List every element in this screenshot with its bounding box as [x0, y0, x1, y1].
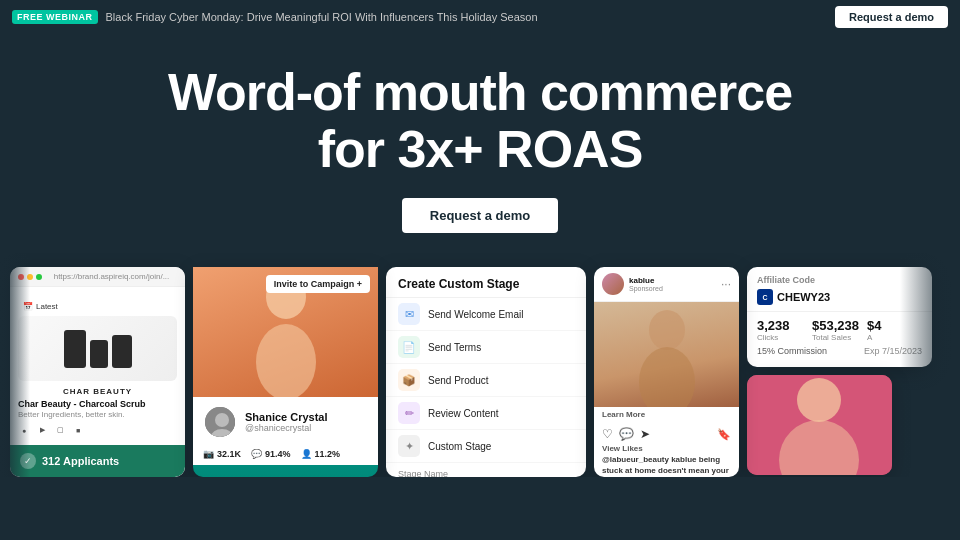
- product-box-3: [112, 335, 132, 368]
- stage-label-2: Send Terms: [428, 342, 481, 353]
- influencer-avatar: [203, 405, 237, 439]
- email-icon: ✉: [398, 303, 420, 325]
- banner-cta-button[interactable]: Request a demo: [835, 6, 948, 28]
- engagement-stat: 💬 91.4%: [251, 449, 291, 459]
- total-sales-stat: $53,238 Total Sales: [812, 318, 867, 342]
- invite-campaign-button[interactable]: Invite to Campaign +: [266, 275, 370, 293]
- post-username: kablue: [629, 276, 716, 285]
- post-actions: ♡ 💬 ➤ 🔖: [594, 422, 739, 444]
- post-avatar: [602, 273, 624, 295]
- browser-bar: https://brand.aspireiq.com/join/...: [10, 267, 185, 287]
- comment-icon[interactable]: 💬: [619, 427, 634, 441]
- custom-stage-card: Create Custom Stage ✉ Send Welcome Email…: [386, 267, 586, 477]
- stage-label-1: Send Welcome Email: [428, 309, 523, 320]
- social-post-card: kablue Sponsored ··· Learn More ♡ 💬 ➤ 🔖: [594, 267, 739, 477]
- stage-item-3: 📦 Send Product: [386, 364, 586, 397]
- stage-label-3: Send Product: [428, 375, 489, 386]
- share-icon[interactable]: ➤: [640, 427, 650, 441]
- clicks-label: Clicks: [757, 333, 812, 342]
- product-image-area: [18, 316, 177, 381]
- applicants-text: 312 Applicants: [42, 455, 119, 467]
- svg-point-8: [797, 378, 841, 422]
- post-person-svg: [627, 302, 707, 407]
- post-menu-icon[interactable]: ···: [721, 277, 731, 291]
- clicks-stat: 3,238 Clicks: [757, 318, 812, 342]
- bookmark-icon[interactable]: 🔖: [717, 428, 731, 441]
- reach-stat: 👤 11.2%: [301, 449, 341, 459]
- terms-icon: 📄: [398, 336, 420, 358]
- review-icon: ✏: [398, 402, 420, 424]
- post-image: [594, 302, 739, 407]
- instagram-icon: ●: [18, 424, 30, 436]
- extra-label: A: [867, 333, 922, 342]
- stage-item-5: ✦ Custom Stage: [386, 430, 586, 463]
- hero-title-line2: for 3x+ ROAS: [20, 121, 940, 178]
- affiliate-card: Affiliate Code C CHEWY23 3,238 Clicks $5…: [747, 267, 932, 367]
- expiry-text: Exp 7/15/2023: [864, 346, 922, 356]
- post-header: kablue Sponsored ···: [594, 267, 739, 302]
- influencer-name-group: Shanice Crystal @shanicecrystal: [245, 411, 328, 433]
- svg-point-6: [639, 347, 695, 407]
- youtube-icon: ▢: [54, 424, 66, 436]
- influencer-card-inner: Invite to Campaign +: [193, 267, 378, 477]
- extra-value: $4: [867, 318, 922, 333]
- stage-item-1: ✉ Send Welcome Email: [386, 298, 586, 331]
- commission-text: 15% Commission: [757, 346, 827, 356]
- banner-text: Black Friday Cyber Monday: Drive Meaning…: [106, 11, 828, 23]
- followers-stat: 📷 32.1K: [203, 449, 241, 459]
- engagement-value: 91.4%: [265, 449, 291, 459]
- stage-label-5: Custom Stage: [428, 441, 491, 452]
- webinar-badge: FREE WEBINAR: [12, 10, 98, 24]
- post-meta: View Likes @labueur_beauty kablue being …: [594, 444, 739, 477]
- affiliate-header: Affiliate Code: [747, 267, 932, 289]
- post-caption: @labueur_beauty kablue being stuck at ho…: [602, 455, 731, 477]
- applicants-bar: ✓ 312 Applicants: [10, 445, 185, 477]
- check-icon: ✓: [20, 453, 36, 469]
- followers-value: 32.1K: [217, 449, 241, 459]
- sales-label: Total Sales: [812, 333, 867, 342]
- product-name: Char Beauty - Charcoal Scrub: [18, 399, 177, 409]
- tiktok-icon: ▶: [36, 424, 48, 436]
- affiliate-code: CHEWY23: [777, 291, 830, 303]
- extra-stat: $4 A: [867, 318, 922, 342]
- influencer-card: Invite to Campaign +: [193, 267, 378, 477]
- product-box-1: [64, 330, 86, 368]
- pink-card-inner: [747, 375, 892, 475]
- top-banner: FREE WEBINAR Black Friday Cyber Monday: …: [0, 0, 960, 34]
- cards-right-area: Affiliate Code C CHEWY23 3,238 Clicks $5…: [747, 267, 932, 475]
- cards-strip: https://brand.aspireiq.com/join/... 📅 La…: [0, 253, 960, 477]
- pinterest-icon: ■: [72, 424, 84, 436]
- dot-green: [36, 274, 42, 280]
- affiliate-stats: 3,238 Clicks $53,238 Total Sales $4 A: [747, 311, 932, 342]
- instagram-stat-icon: 📷: [203, 449, 214, 459]
- post-learn-more[interactable]: Learn More: [594, 407, 739, 422]
- influencer-name: Shanice Crystal: [245, 411, 328, 423]
- reach-icon: 👤: [301, 449, 312, 459]
- brand-logo: C: [757, 289, 773, 305]
- affiliate-footer: 15% Commission Exp 7/15/2023: [747, 342, 932, 362]
- influencer-handle: @shanicecrystal: [245, 423, 328, 433]
- cards-wrapper: https://brand.aspireiq.com/join/... 📅 La…: [0, 253, 960, 477]
- post-views: View Likes: [602, 444, 731, 453]
- pink-person-svg: [747, 375, 892, 475]
- stage-name-section: Stage Name 🏷 Get Brand Manager Approval: [386, 463, 586, 477]
- like-icon[interactable]: ♡: [602, 427, 613, 441]
- influencer-stats: 📷 32.1K 💬 91.4% 👤 11.2%: [193, 445, 378, 465]
- date-badge: 📅 Latest: [18, 300, 63, 313]
- product-desc: Better Ingredients, better skin.: [18, 410, 177, 419]
- stage-name-label: Stage Name: [398, 469, 574, 477]
- pink-person-card: [747, 375, 892, 475]
- product-card: https://brand.aspireiq.com/join/... 📅 La…: [10, 267, 185, 477]
- hero-cta-button[interactable]: Request a demo: [402, 198, 558, 233]
- stage-item-4: ✏ Review Content: [386, 397, 586, 430]
- influencer-info: Shanice Crystal @shanicecrystal: [193, 397, 378, 445]
- stage-item-2: 📄 Send Terms: [386, 331, 586, 364]
- post-sponsored: Sponsored: [629, 285, 716, 292]
- brand-name: CHAR BEAUTY: [18, 387, 177, 396]
- svg-point-3: [215, 413, 229, 427]
- dot-yellow: [27, 274, 33, 280]
- product-icon: 📦: [398, 369, 420, 391]
- post-person-image: [594, 302, 739, 407]
- engagement-icon: 💬: [251, 449, 262, 459]
- reach-value: 11.2%: [315, 449, 341, 459]
